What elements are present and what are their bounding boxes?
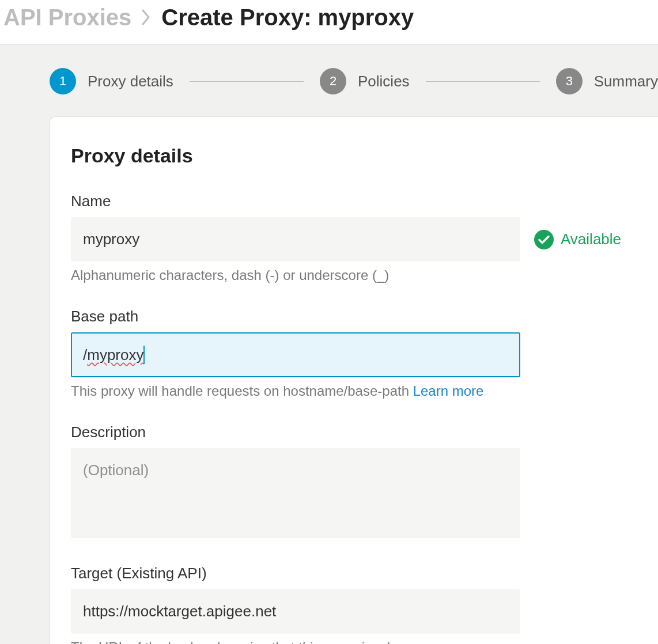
step-label: Policies (358, 73, 410, 90)
field-target: Target (Existing API) The URL of the bac… (71, 565, 637, 644)
hint-text: This proxy will handle requests on hostn… (71, 383, 413, 399)
field-description: Description (71, 423, 637, 540)
step-label: Proxy details (88, 73, 173, 90)
name-status: Available (534, 230, 621, 249)
step-number: 1 (50, 68, 76, 94)
status-text: Available (561, 230, 621, 248)
breadcrumb-parent[interactable]: API Proxies (3, 5, 131, 31)
learn-more-link[interactable]: Learn more (413, 383, 484, 399)
breadcrumb-current: Create Proxy: myproxy (161, 5, 414, 31)
field-label: Description (71, 423, 637, 441)
step-connector (190, 81, 304, 82)
field-name: Name Available Alphanumeric characters, … (71, 192, 637, 283)
field-label: Name (71, 192, 637, 210)
target-input[interactable] (71, 589, 520, 634)
basepath-value: myproxy (87, 346, 143, 364)
chevron-right-icon (142, 5, 151, 31)
step-label: Summary (594, 73, 658, 90)
step-number: 2 (320, 68, 346, 94)
basepath-prefix: / (83, 346, 87, 364)
breadcrumb: API Proxies Create Proxy: myproxy (3, 5, 655, 31)
text-cursor (143, 346, 145, 364)
step-connector (426, 81, 540, 82)
step-summary[interactable]: 3 Summary (556, 68, 658, 94)
check-circle-icon (534, 230, 554, 249)
field-hint: This proxy will handle requests on hostn… (71, 383, 637, 399)
step-number: 3 (556, 68, 583, 94)
svg-point-0 (534, 230, 554, 249)
basepath-input[interactable]: /myproxy (71, 332, 520, 377)
name-input[interactable] (71, 217, 520, 262)
stepper: 1 Proxy details 2 Policies 3 Summary (50, 68, 658, 94)
field-hint: Alphanumeric characters, dash (-) or und… (71, 267, 637, 283)
field-hint: The URL of the backend service that this… (71, 639, 637, 644)
field-basepath: Base path /myproxy This proxy will handl… (71, 308, 637, 399)
content-area: 1 Proxy details 2 Policies 3 Summary Pro… (0, 45, 658, 644)
description-input[interactable] (71, 448, 520, 538)
field-label: Base path (71, 308, 637, 325)
proxy-details-panel: Proxy details Name Available Alphanumeri… (50, 116, 658, 644)
panel-title: Proxy details (71, 145, 637, 167)
step-proxy-details[interactable]: 1 Proxy details (50, 68, 173, 94)
field-label: Target (Existing API) (71, 565, 637, 582)
step-policies[interactable]: 2 Policies (320, 68, 410, 94)
page-header: API Proxies Create Proxy: myproxy (0, 0, 658, 45)
